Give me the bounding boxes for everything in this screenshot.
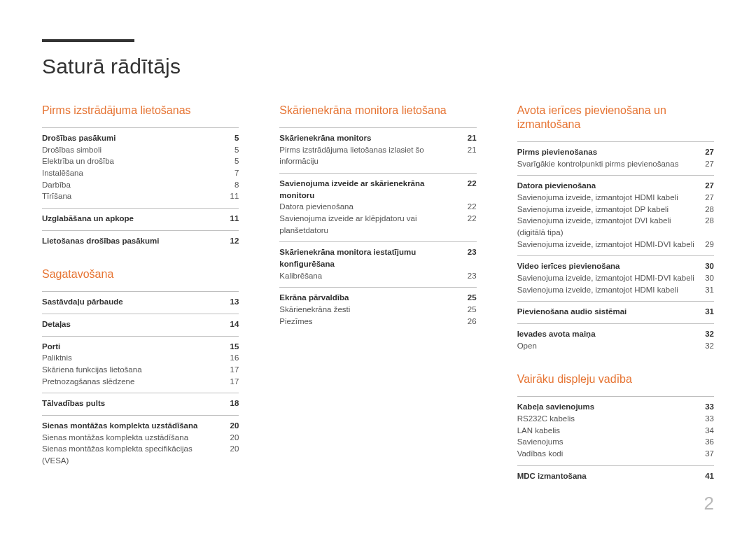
- toc-group: Porti15Paliktnis16Skāriena funkcijas lie…: [42, 336, 239, 388]
- page-number: 2: [704, 493, 714, 514]
- toc-entry-label: Skārienekrāna žesti: [279, 304, 458, 316]
- toc-entry-head[interactable]: Tālvadības pults18: [42, 398, 239, 409]
- toc-entry[interactable]: Savienojuma izveide, izmantojot HDMI-DVI…: [517, 239, 714, 251]
- toc-entry-head[interactable]: Sienas montāžas komplekta uzstādīšana20: [42, 420, 239, 432]
- toc-group: Sastāvdaļu pārbaude13: [42, 291, 239, 308]
- toc-entry-head[interactable]: Datora pievienošana27: [517, 180, 714, 192]
- toc-entry[interactable]: Open32: [517, 340, 714, 352]
- toc-entry-head[interactable]: Sastāvdaļu pārbaude13: [42, 296, 239, 308]
- toc-section-title[interactable]: Pirms izstrādājuma lietošanas: [42, 104, 239, 118]
- toc-entry-page: 25: [468, 304, 477, 316]
- toc-entry[interactable]: Sienas montāžas komplekta specifikācijas…: [42, 443, 239, 466]
- toc-section-title[interactable]: Vairāku displeju vadība: [517, 372, 714, 386]
- toc-entry[interactable]: Savienojuma izveide, izmantojot HDMI kab…: [517, 192, 714, 204]
- toc-entry-label: Skāriena funkcijas lietošana: [42, 364, 220, 376]
- toc-entry-label: Sienas montāžas komplekta uzstādīšana: [42, 432, 220, 444]
- toc-entry-page: 28: [705, 215, 714, 238]
- toc-section: Vairāku displeju vadībaKabeļa savienojum…: [517, 372, 714, 482]
- toc-entry-label: Pretnozagšanas slēdzene: [42, 376, 220, 388]
- toc-entry-page: 32: [705, 328, 714, 340]
- toc-entry-label: Savienojuma izveide, izmantojot HDMI-DVI…: [517, 239, 696, 251]
- toc-entry-head[interactable]: Ievades avota maiņa32: [517, 328, 714, 340]
- page-title: Saturā rādītājs: [42, 55, 714, 78]
- toc-entry-head[interactable]: Pirms pievienošanas27: [517, 146, 714, 158]
- toc-entry[interactable]: Vadības kodi37: [517, 448, 714, 460]
- toc-entry-label: Drošības simboli: [42, 144, 225, 156]
- toc-entry[interactable]: LAN kabelis34: [517, 425, 714, 437]
- toc-entry-page: 27: [705, 192, 714, 204]
- toc-entry-page: 20: [230, 432, 239, 444]
- toc-entry-page: 20: [230, 443, 239, 466]
- toc-entry[interactable]: Tīrīšana11: [42, 190, 239, 202]
- toc-entry[interactable]: Instalēšana7: [42, 167, 239, 179]
- toc-entry-head[interactable]: Kabeļa savienojums33: [517, 401, 714, 413]
- toc-entry-label: Tālvadības pults: [42, 398, 220, 409]
- toc-entry-page: 27: [705, 158, 714, 170]
- toc-entry[interactable]: Savienojuma izveide, izmantojot HDMI-DVI…: [517, 272, 714, 284]
- toc-entry-label: Savienojuma izveide ar klēpjdatoru vai p…: [279, 213, 458, 236]
- toc-group: Skārienekrāna monitors21Pirms izstrādāju…: [279, 127, 476, 167]
- toc-entry-label: Skārienekrāna monitors: [279, 132, 458, 144]
- toc-section-title[interactable]: Avota ierīces pievienošana un izmantošan…: [517, 104, 714, 132]
- toc-entry-label: Ievades avota maiņa: [517, 328, 696, 340]
- toc-entry-head[interactable]: Drošības pasākumi5: [42, 132, 239, 144]
- toc-section-title[interactable]: Skārienekrāna monitora lietošana: [279, 104, 476, 118]
- toc-entry[interactable]: Svarīgākie kontrolpunkti pirms pievienoš…: [517, 158, 714, 170]
- toc-entry[interactable]: Pretnozagšanas slēdzene17: [42, 376, 239, 388]
- toc-entry-page: 13: [230, 296, 239, 308]
- toc-entry[interactable]: Piezīmes26: [279, 316, 476, 328]
- toc-entry-head[interactable]: Ekrāna pārvaldība25: [279, 292, 476, 304]
- toc-entry[interactable]: Skārienekrāna žesti25: [279, 304, 476, 316]
- toc-entry-label: Detaļas: [42, 318, 220, 330]
- toc-group: Tālvadības pults18: [42, 393, 239, 409]
- toc-entry-head[interactable]: Porti15: [42, 341, 239, 353]
- toc-entry-label: Kalibrēšana: [279, 270, 458, 282]
- toc-entry-label: Darbība: [42, 179, 225, 191]
- toc-entry-page: 34: [705, 425, 714, 437]
- toc-entry-label: Instalēšana: [42, 167, 225, 179]
- toc-entry-label: Porti: [42, 341, 220, 353]
- toc-entry[interactable]: Savienojuma izveide ar klēpjdatoru vai p…: [279, 213, 476, 236]
- toc-section-title[interactable]: Sagatavošana: [42, 267, 239, 281]
- toc-entry-head[interactable]: Uzglabāšana un apkope11: [42, 213, 239, 225]
- toc-section: SagatavošanaSastāvdaļu pārbaude13Detaļas…: [42, 267, 239, 466]
- toc-entry-head[interactable]: Detaļas14: [42, 318, 239, 330]
- toc-entry[interactable]: Savienojuma izveide, izmantojot DVI kabe…: [517, 215, 714, 238]
- toc-entry-head[interactable]: Savienojuma izveide ar skārienekrāna mon…: [279, 178, 476, 201]
- toc-entry-head[interactable]: MDC izmantošana41: [517, 470, 714, 482]
- toc-entry[interactable]: Paliktnis16: [42, 352, 239, 364]
- toc-section: Skārienekrāna monitora lietošanaSkāriene…: [279, 104, 476, 327]
- toc-entry[interactable]: Savienojums36: [517, 436, 714, 448]
- toc-entry[interactable]: Drošības simboli5: [42, 144, 239, 156]
- toc-section: Avota ierīces pievienošana un izmantošan…: [517, 104, 714, 351]
- toc-entry-page: 33: [705, 401, 714, 413]
- toc-group: Ievades avota maiņa32Open32: [517, 323, 714, 351]
- toc-entry-page: 18: [230, 398, 239, 409]
- toc-entry-head[interactable]: Lietošanas drošības pasākumi12: [42, 235, 239, 247]
- toc-entry-head[interactable]: Video ierīces pievienošana30: [517, 260, 714, 272]
- toc-entry[interactable]: Darbība8: [42, 179, 239, 191]
- toc-entry[interactable]: Datora pievienošana22: [279, 201, 476, 213]
- toc-entry-label: Kabeļa savienojums: [517, 401, 696, 413]
- toc-entry-head[interactable]: Skārienekrāna monitora iestatījumu konfi…: [279, 246, 476, 269]
- toc-entry-label: Tīrīšana: [42, 190, 220, 202]
- toc-entry-page: 22: [468, 213, 477, 236]
- toc-entry-head[interactable]: Skārienekrāna monitors21: [279, 132, 476, 144]
- toc-entry[interactable]: Savienojuma izveide, izmantojot HDMI kab…: [517, 284, 714, 296]
- toc-entry-page: 11: [230, 190, 239, 202]
- toc-entry[interactable]: Pirms izstrādājuma lietošanas izlasiet š…: [279, 144, 476, 167]
- toc-entry[interactable]: RS232C kabelis33: [517, 413, 714, 425]
- toc-entry-label: Open: [517, 340, 696, 352]
- toc-entry-page: 16: [230, 352, 239, 364]
- toc-entry[interactable]: Skāriena funkcijas lietošana17: [42, 364, 239, 376]
- toc-entry[interactable]: Kalibrēšana23: [279, 270, 476, 282]
- toc-group: Drošības pasākumi5Drošības simboli5Elekt…: [42, 127, 239, 202]
- toc-entry[interactable]: Savienojuma izveide, izmantojot DP kabel…: [517, 204, 714, 216]
- toc-group: Lietošanas drošības pasākumi12: [42, 230, 239, 247]
- toc-group: Detaļas14: [42, 314, 239, 330]
- toc-entry[interactable]: Elektrība un drošība5: [42, 155, 239, 167]
- toc-entry-page: 20: [230, 420, 239, 432]
- toc-entry-head[interactable]: Pievienošana audio sistēmai31: [517, 306, 714, 318]
- toc-entry[interactable]: Sienas montāžas komplekta uzstādīšana20: [42, 432, 239, 444]
- toc-entry-page: 5: [234, 155, 239, 167]
